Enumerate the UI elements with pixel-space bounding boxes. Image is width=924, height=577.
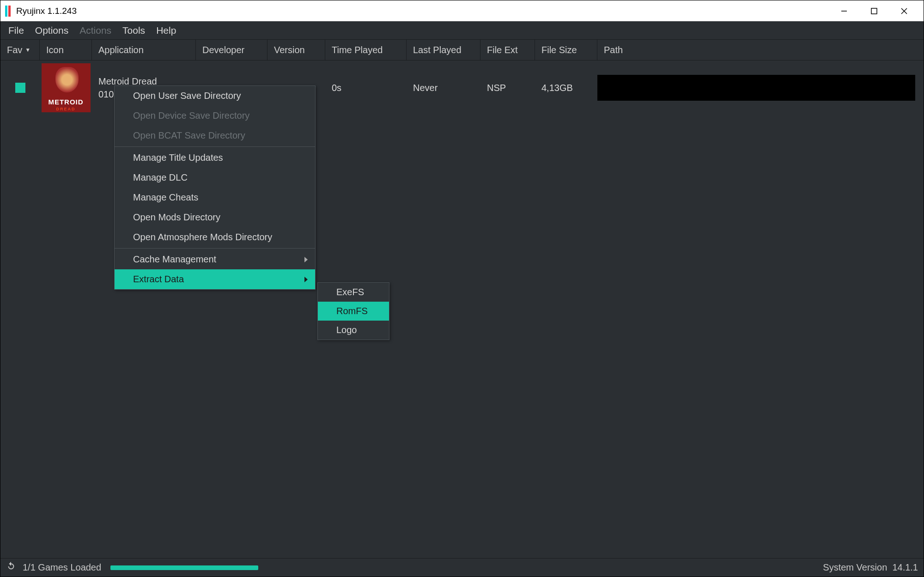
maximize-icon bbox=[871, 8, 877, 14]
menu-actions: Actions bbox=[74, 21, 117, 40]
col-fav[interactable]: Fav▼ bbox=[0, 40, 40, 60]
window-title: Ryujinx 1.1.243 bbox=[16, 6, 77, 16]
menu-tools[interactable]: Tools bbox=[117, 21, 151, 40]
menu-options[interactable]: Options bbox=[30, 21, 74, 40]
ext-cell: NSP bbox=[480, 83, 535, 93]
system-version-label: System Version bbox=[823, 562, 887, 572]
ctx-cache-management[interactable]: Cache Management bbox=[115, 249, 315, 269]
sub-romfs[interactable]: RomFS bbox=[318, 302, 389, 321]
reload-button[interactable] bbox=[6, 561, 16, 574]
col-application[interactable]: Application bbox=[92, 40, 196, 60]
progress-fill bbox=[110, 565, 258, 570]
col-developer[interactable]: Developer bbox=[196, 40, 267, 60]
chevron-down-icon: ▼ bbox=[25, 47, 30, 53]
col-version[interactable]: Version bbox=[267, 40, 325, 60]
col-time-played[interactable]: Time Played bbox=[325, 40, 407, 60]
sub-logo[interactable]: Logo bbox=[318, 321, 389, 340]
ctx-open-device-save: Open Device Save Directory bbox=[115, 106, 315, 126]
progress-bar bbox=[110, 565, 258, 570]
col-path[interactable]: Path bbox=[597, 40, 924, 60]
game-icon: METROID DREAD bbox=[42, 63, 91, 112]
menu-file[interactable]: File bbox=[3, 21, 30, 40]
ctx-open-user-save[interactable]: Open User Save Directory bbox=[115, 86, 315, 106]
system-version-value: 14.1.1 bbox=[892, 562, 918, 572]
last-cell: Never bbox=[407, 83, 480, 93]
ctx-open-mods[interactable]: Open Mods Directory bbox=[115, 207, 315, 227]
system-version: System Version 14.1.1 bbox=[823, 562, 918, 573]
icon-cell: METROID DREAD bbox=[40, 63, 92, 112]
ctx-open-atmosphere-mods[interactable]: Open Atmosphere Mods Directory bbox=[115, 227, 315, 247]
titlebar: Ryujinx 1.1.243 bbox=[0, 0, 924, 21]
app-window: Ryujinx 1.1.243 File Options Actions Too… bbox=[0, 0, 924, 577]
size-cell: 4,13GB bbox=[535, 83, 597, 93]
menu-separator bbox=[115, 248, 315, 249]
statusbar: 1/1 Games Loaded System Version 14.1.1 bbox=[0, 558, 924, 577]
sub-exefs[interactable]: ExeFS bbox=[318, 283, 389, 302]
ctx-open-bcat-save: Open BCAT Save Directory bbox=[115, 126, 315, 146]
chevron-right-icon bbox=[304, 257, 308, 262]
close-icon bbox=[900, 7, 908, 15]
maximize-button[interactable] bbox=[859, 0, 889, 21]
minimize-icon bbox=[841, 8, 847, 14]
path-cell bbox=[597, 75, 915, 101]
favorite-checkbox[interactable] bbox=[15, 83, 25, 93]
ctx-extract-data[interactable]: Extract Data bbox=[115, 269, 315, 289]
col-last-played[interactable]: Last Played bbox=[407, 40, 480, 60]
context-menu: Open User Save Directory Open Device Sav… bbox=[114, 85, 316, 290]
game-list: METROID DREAD Metroid Dread 010 0s Never… bbox=[0, 61, 924, 558]
svg-rect-1 bbox=[871, 8, 877, 14]
app-logo-icon bbox=[5, 6, 11, 17]
ctx-manage-updates[interactable]: Manage Title Updates bbox=[115, 148, 315, 168]
minimize-button[interactable] bbox=[829, 0, 859, 21]
menubar: File Options Actions Tools Help bbox=[0, 21, 924, 40]
menu-separator bbox=[115, 146, 315, 147]
reload-icon bbox=[6, 561, 16, 571]
fav-cell[interactable] bbox=[0, 83, 40, 93]
col-icon[interactable]: Icon bbox=[40, 40, 92, 60]
close-button[interactable] bbox=[889, 0, 919, 21]
chevron-right-icon bbox=[304, 277, 308, 282]
column-headers: Fav▼ Icon Application Developer Version … bbox=[0, 40, 924, 61]
extract-submenu: ExeFS RomFS Logo bbox=[317, 282, 389, 340]
ctx-manage-cheats[interactable]: Manage Cheats bbox=[115, 188, 315, 207]
col-file-ext[interactable]: File Ext bbox=[480, 40, 535, 60]
ctx-manage-dlc[interactable]: Manage DLC bbox=[115, 168, 315, 188]
games-loaded-label: 1/1 Games Loaded bbox=[23, 562, 101, 573]
menu-help[interactable]: Help bbox=[151, 21, 182, 40]
col-file-size[interactable]: File Size bbox=[535, 40, 597, 60]
window-buttons bbox=[829, 0, 919, 21]
time-cell: 0s bbox=[325, 83, 407, 93]
